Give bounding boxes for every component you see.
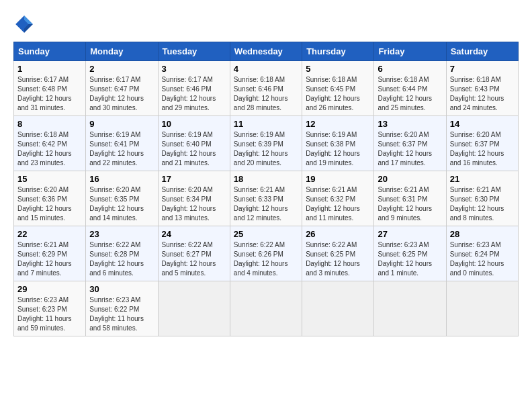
calendar-table: SundayMondayTuesdayWednesdayThursdayFrid… [13,42,519,336]
day-info: Sunrise: 6:17 AMSunset: 6:47 PMDaylight:… [89,76,144,111]
calendar-cell: 26 Sunrise: 6:22 AMSunset: 6:25 PMDaylig… [302,226,374,281]
day-info: Sunrise: 6:18 AMSunset: 6:45 PMDaylight:… [306,76,360,111]
calendar-header-wednesday: Wednesday [230,42,302,61]
calendar-cell: 24 Sunrise: 6:22 AMSunset: 6:27 PMDaylig… [158,226,230,281]
calendar-cell: 15 Sunrise: 6:20 AMSunset: 6:36 PMDaylig… [14,171,86,226]
day-info: Sunrise: 6:23 AMSunset: 6:22 PMDaylight:… [89,296,144,332]
day-info: Sunrise: 6:18 AMSunset: 6:44 PMDaylight:… [378,76,432,111]
day-number: 5 [306,64,370,74]
day-number: 3 [162,64,226,74]
calendar-cell [374,281,446,336]
calendar-header-friday: Friday [374,42,446,61]
day-info: Sunrise: 6:18 AMSunset: 6:42 PMDaylight:… [17,131,72,167]
calendar-cell: 18 Sunrise: 6:21 AMSunset: 6:33 PMDaylig… [230,171,302,226]
calendar-cell: 13 Sunrise: 6:20 AMSunset: 6:37 PMDaylig… [374,116,446,171]
calendar-cell: 11 Sunrise: 6:19 AMSunset: 6:39 PMDaylig… [230,116,302,171]
day-number: 20 [378,174,442,184]
day-number: 25 [234,229,298,239]
day-number: 8 [17,119,82,129]
day-number: 12 [306,119,370,129]
day-number: 23 [89,229,154,239]
day-number: 21 [450,174,515,184]
day-info: Sunrise: 6:19 AMSunset: 6:41 PMDaylight:… [89,131,144,167]
day-info: Sunrise: 6:22 AMSunset: 6:27 PMDaylight:… [162,241,216,277]
calendar-cell: 17 Sunrise: 6:20 AMSunset: 6:34 PMDaylig… [158,171,230,226]
day-number: 11 [234,119,298,129]
calendar-cell: 12 Sunrise: 6:19 AMSunset: 6:38 PMDaylig… [302,116,374,171]
calendar-cell: 8 Sunrise: 6:18 AMSunset: 6:42 PMDayligh… [14,116,86,171]
calendar-cell: 9 Sunrise: 6:19 AMSunset: 6:41 PMDayligh… [86,116,158,171]
day-info: Sunrise: 6:19 AMSunset: 6:40 PMDaylight:… [162,131,216,167]
day-info: Sunrise: 6:20 AMSunset: 6:35 PMDaylight:… [89,186,144,222]
calendar-cell: 10 Sunrise: 6:19 AMSunset: 6:40 PMDaylig… [158,116,230,171]
calendar-cell: 3 Sunrise: 6:17 AMSunset: 6:46 PMDayligh… [158,61,230,116]
calendar-cell: 20 Sunrise: 6:21 AMSunset: 6:31 PMDaylig… [374,171,446,226]
day-number: 6 [378,64,442,74]
day-number: 18 [234,174,298,184]
day-number: 9 [89,119,154,129]
day-number: 10 [162,119,226,129]
calendar-cell: 1 Sunrise: 6:17 AMSunset: 6:48 PMDayligh… [14,61,86,116]
calendar-header-sunday: Sunday [14,42,86,61]
day-number: 19 [306,174,370,184]
day-number: 16 [89,174,154,184]
day-number: 27 [378,229,442,239]
day-number: 17 [162,174,226,184]
day-info: Sunrise: 6:21 AMSunset: 6:32 PMDaylight:… [306,186,360,222]
day-info: Sunrise: 6:17 AMSunset: 6:48 PMDaylight:… [17,76,72,111]
calendar-cell: 27 Sunrise: 6:23 AMSunset: 6:25 PMDaylig… [374,226,446,281]
calendar-cell: 5 Sunrise: 6:18 AMSunset: 6:45 PMDayligh… [302,61,374,116]
calendar-cell: 16 Sunrise: 6:20 AMSunset: 6:35 PMDaylig… [86,171,158,226]
day-info: Sunrise: 6:22 AMSunset: 6:28 PMDaylight:… [89,241,144,277]
day-info: Sunrise: 6:23 AMSunset: 6:23 PMDaylight:… [17,296,72,332]
calendar-cell: 23 Sunrise: 6:22 AMSunset: 6:28 PMDaylig… [86,226,158,281]
day-info: Sunrise: 6:19 AMSunset: 6:38 PMDaylight:… [306,131,360,167]
day-number: 14 [450,119,515,129]
day-info: Sunrise: 6:19 AMSunset: 6:39 PMDaylight:… [234,131,288,167]
day-info: Sunrise: 6:20 AMSunset: 6:36 PMDaylight:… [17,186,72,222]
calendar-cell: 14 Sunrise: 6:20 AMSunset: 6:37 PMDaylig… [446,116,518,171]
day-info: Sunrise: 6:22 AMSunset: 6:26 PMDaylight:… [234,241,288,277]
logo [13,13,38,35]
day-info: Sunrise: 6:18 AMSunset: 6:46 PMDaylight:… [234,76,288,111]
calendar-header-thursday: Thursday [302,42,374,61]
calendar-cell [446,281,518,336]
calendar-cell: 6 Sunrise: 6:18 AMSunset: 6:44 PMDayligh… [374,61,446,116]
day-info: Sunrise: 6:20 AMSunset: 6:37 PMDaylight:… [378,131,432,167]
day-number: 13 [378,119,442,129]
calendar-cell: 22 Sunrise: 6:21 AMSunset: 6:29 PMDaylig… [14,226,86,281]
calendar-cell: 21 Sunrise: 6:21 AMSunset: 6:30 PMDaylig… [446,171,518,226]
day-number: 4 [234,64,298,74]
calendar-cell: 19 Sunrise: 6:21 AMSunset: 6:32 PMDaylig… [302,171,374,226]
calendar-cell: 7 Sunrise: 6:18 AMSunset: 6:43 PMDayligh… [446,61,518,116]
day-info: Sunrise: 6:22 AMSunset: 6:25 PMDaylight:… [306,241,360,277]
day-number: 28 [450,229,515,239]
calendar-cell [158,281,230,336]
calendar-cell [302,281,374,336]
day-number: 1 [17,64,82,74]
calendar-cell: 29 Sunrise: 6:23 AMSunset: 6:23 PMDaylig… [14,281,86,336]
calendar-cell: 30 Sunrise: 6:23 AMSunset: 6:22 PMDaylig… [86,281,158,336]
day-info: Sunrise: 6:21 AMSunset: 6:30 PMDaylight:… [450,186,504,222]
day-info: Sunrise: 6:18 AMSunset: 6:43 PMDaylight:… [450,76,504,111]
day-number: 29 [17,284,82,294]
day-number: 15 [17,174,82,184]
day-info: Sunrise: 6:23 AMSunset: 6:24 PMDaylight:… [450,241,504,277]
day-info: Sunrise: 6:21 AMSunset: 6:29 PMDaylight:… [17,241,72,277]
calendar-header-tuesday: Tuesday [158,42,230,61]
day-info: Sunrise: 6:17 AMSunset: 6:46 PMDaylight:… [162,76,216,111]
calendar-header-monday: Monday [86,42,158,61]
calendar-cell [230,281,302,336]
day-number: 2 [89,64,154,74]
logo-icon [13,13,35,35]
calendar-cell: 4 Sunrise: 6:18 AMSunset: 6:46 PMDayligh… [230,61,302,116]
day-info: Sunrise: 6:20 AMSunset: 6:37 PMDaylight:… [450,131,504,167]
day-info: Sunrise: 6:21 AMSunset: 6:31 PMDaylight:… [378,186,432,222]
calendar-cell: 25 Sunrise: 6:22 AMSunset: 6:26 PMDaylig… [230,226,302,281]
calendar-cell: 28 Sunrise: 6:23 AMSunset: 6:24 PMDaylig… [446,226,518,281]
day-number: 30 [89,284,154,294]
calendar-header-saturday: Saturday [446,42,518,61]
calendar-cell: 2 Sunrise: 6:17 AMSunset: 6:47 PMDayligh… [86,61,158,116]
day-number: 24 [162,229,226,239]
day-info: Sunrise: 6:21 AMSunset: 6:33 PMDaylight:… [234,186,288,222]
